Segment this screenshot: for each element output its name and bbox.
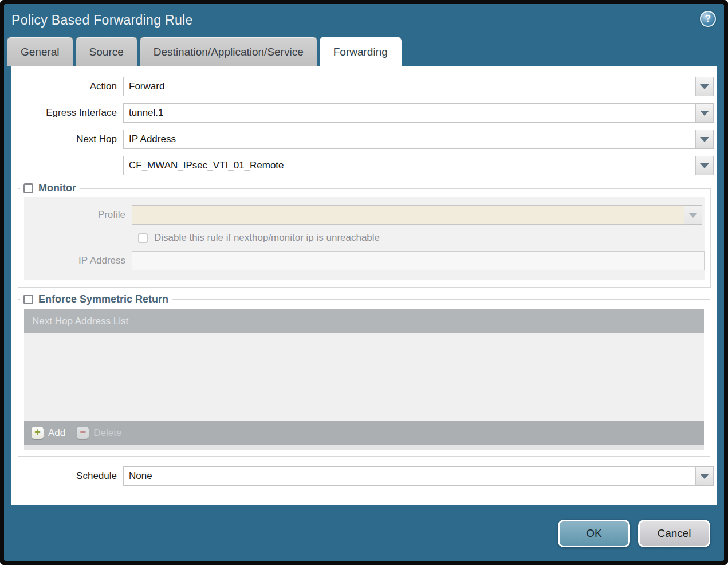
dialog-footer: OK Cancel	[4, 506, 724, 561]
action-dropdown-button[interactable]	[696, 77, 714, 96]
monitor-profile-dropdown-button	[684, 205, 702, 225]
symmetric-return-legend: Enforce Symmetric Return	[20, 293, 172, 305]
delete-button-label: Delete	[93, 427, 121, 439]
symmetric-return-section: Enforce Symmetric Return Next Hop Addres…	[18, 293, 710, 457]
disable-rule-checkbox	[138, 233, 148, 243]
enforce-symmetric-return-checkbox[interactable]	[23, 295, 33, 304]
disable-rule-label: Disable this rule if nexthop/monitor ip …	[154, 232, 380, 244]
table-header-next-hop-address-list: Next Hop Address List	[24, 309, 704, 333]
action-row: Action	[11, 77, 717, 96]
egress-interface-row: Egress Interface	[11, 103, 717, 123]
action-label: Action	[11, 81, 123, 92]
tab-forwarding[interactable]: Forwarding	[320, 37, 402, 66]
monitor-checkbox[interactable]	[23, 183, 33, 193]
tab-destination-application-service[interactable]: Destination/Application/Service	[140, 37, 317, 66]
next-hop-address-input[interactable]	[123, 156, 696, 175]
egress-interface-label: Egress Interface	[11, 107, 123, 119]
minus-icon: −	[77, 427, 89, 439]
monitor-ip-address-label: IP Address	[24, 255, 132, 266]
dialog-frame: Policy Based Forwarding Rule ? General S…	[4, 4, 724, 561]
chevron-down-icon	[700, 163, 709, 168]
table-body-empty[interactable]	[24, 333, 704, 421]
policy-based-forwarding-dialog: Policy Based Forwarding Rule ? General S…	[0, 0, 728, 565]
schedule-input[interactable]	[123, 466, 696, 486]
next-hop-label: Next Hop	[11, 134, 123, 145]
next-hop-row: Next Hop	[11, 130, 717, 149]
egress-interface-dropdown-button[interactable]	[696, 103, 714, 123]
next-hop-type-input[interactable]	[123, 130, 696, 149]
action-input[interactable]	[123, 77, 696, 96]
schedule-row: Schedule	[11, 466, 717, 486]
tab-source[interactable]: Source	[76, 37, 137, 66]
monitor-legend: Monitor	[20, 182, 80, 194]
tab-bar: General Source Destination/Application/S…	[4, 36, 724, 66]
chevron-down-icon	[700, 111, 709, 116]
dialog-titlebar: Policy Based Forwarding Rule	[4, 4, 724, 36]
chevron-down-icon	[700, 474, 709, 479]
monitor-section: Monitor Profile Disable this rule if ne	[18, 182, 711, 288]
chevron-down-icon	[688, 213, 698, 218]
forwarding-tab-panel: Action Egress Interface Next Hop	[11, 66, 717, 505]
monitor-ip-address-input	[132, 251, 705, 270]
monitor-panel: Profile Disable this rule if nexthop/mon…	[24, 197, 705, 280]
monitor-profile-row: Profile	[24, 205, 705, 225]
monitor-section-label: Monitor	[38, 182, 76, 194]
add-button-label: Add	[48, 427, 65, 439]
monitor-profile-label: Profile	[24, 209, 132, 221]
chevron-down-icon	[700, 137, 709, 142]
delete-button: − Delete	[77, 427, 121, 439]
schedule-label: Schedule	[11, 470, 123, 482]
next-hop-address-row	[11, 156, 717, 175]
cancel-button[interactable]: Cancel	[638, 520, 710, 547]
next-hop-dropdown-button[interactable]	[696, 130, 714, 149]
egress-interface-input[interactable]	[123, 103, 696, 123]
monitor-profile-input	[132, 205, 684, 225]
monitor-disable-rule-row: Disable this rule if nexthop/monitor ip …	[24, 232, 705, 244]
next-hop-address-list-table: Next Hop Address List + Add − Delete	[24, 309, 704, 450]
next-hop-address-dropdown-button[interactable]	[696, 156, 714, 175]
schedule-dropdown-button[interactable]	[696, 466, 714, 486]
monitor-ip-address-row: IP Address	[24, 251, 705, 270]
tab-general[interactable]: General	[7, 37, 73, 66]
chevron-down-icon	[700, 84, 709, 89]
dialog-title: Policy Based Forwarding Rule	[11, 13, 193, 28]
ok-button[interactable]: OK	[558, 520, 630, 547]
table-footer: + Add − Delete	[24, 421, 704, 445]
table-bottom-strip	[24, 445, 704, 450]
plus-icon: +	[32, 427, 44, 439]
add-button[interactable]: + Add	[32, 427, 65, 439]
enforce-symmetric-return-label: Enforce Symmetric Return	[38, 293, 168, 305]
help-icon[interactable]: ?	[700, 11, 716, 27]
